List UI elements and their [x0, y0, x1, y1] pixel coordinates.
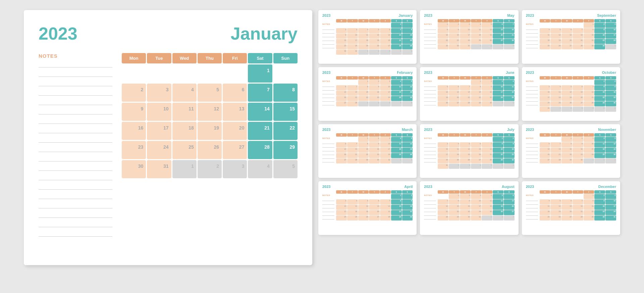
mini-cell: 12	[369, 34, 380, 39]
mini-cal-row: 9 10 11 12 13 14 15	[336, 34, 413, 39]
mini-cal-body: NOTES M T W T F S S	[526, 76, 616, 112]
mini-notes-col: NOTES	[526, 80, 538, 112]
mini-cell: 21	[504, 34, 515, 39]
mini-cell: 8	[402, 28, 413, 33]
mini-month-name: November	[598, 128, 616, 132]
note-line	[39, 146, 112, 152]
mini-cell: 7	[504, 23, 515, 28]
mini-cal-row: 16 17 18 19 20 21 22	[336, 39, 413, 44]
cal-cell: 2	[122, 84, 146, 102]
cal-cell: 29	[273, 141, 298, 159]
cal-cell: 27	[223, 141, 247, 159]
mini-cal-rows: 1 2 3 4 5 6 7 8 9 10	[540, 23, 616, 49]
mini-cell: 4	[504, 44, 515, 49]
mini-cell: 20	[493, 34, 503, 39]
mini-cell: 27	[493, 39, 503, 44]
mini-cal-header-row: M T W T F S S	[540, 190, 616, 194]
mini-cell: 24	[460, 39, 471, 44]
mini-day-hdr: W	[358, 19, 369, 22]
cal-cell	[198, 64, 222, 83]
note-line	[39, 137, 112, 143]
cal-cell: 28	[248, 141, 272, 159]
mini-notes-label: NOTES	[424, 80, 436, 82]
mini-month-name: February	[397, 70, 413, 75]
mini-cell	[402, 23, 413, 28]
cal-cell: 14	[248, 103, 272, 121]
mini-cal-rows: 1 2 3 4 5 6 7 8 9 10 11	[438, 80, 514, 106]
calendar-header-row: Mon Tue Wed Thu Fri Sat Sun	[122, 53, 298, 63]
day-header-fri: Fri	[223, 53, 247, 63]
cal-cell: 31	[147, 160, 171, 178]
calendar-grid: Mon Tue Wed Thu Fri Sat Sun	[122, 53, 298, 237]
mini-year: 2023	[526, 13, 534, 17]
mini-note-line	[322, 38, 334, 41]
note-line	[39, 99, 112, 105]
cal-cell	[172, 64, 197, 83]
mini-note-line	[424, 35, 436, 37]
mini-cal-header-row: M T W T F S S	[540, 133, 616, 137]
mini-cal-september: 2023 September NOTES M T W	[522, 10, 620, 64]
mini-cell: 19	[369, 39, 380, 44]
cal-cell: 3	[223, 160, 247, 178]
mini-cell: 18	[471, 34, 482, 39]
note-line	[39, 71, 112, 77]
note-line	[39, 184, 112, 190]
note-line	[39, 165, 112, 171]
mini-cell: 31	[347, 50, 358, 55]
mini-cal-header-row: M T W T F S S	[336, 190, 413, 194]
mini-month-name: September	[597, 13, 616, 17]
mini-cell: 3	[460, 23, 471, 28]
mini-cell: 28	[504, 39, 515, 44]
mini-cell: 17	[347, 39, 358, 44]
mini-cal-body: NOTES M T W T F S S	[424, 190, 514, 221]
notes-lines	[39, 61, 112, 237]
mini-cell: 1	[471, 44, 482, 49]
mini-cal-area: M T W T F S S	[336, 19, 413, 55]
cal-cell: 9	[122, 103, 146, 121]
mini-cell: 29	[438, 44, 448, 49]
cal-row: 16 17 18 19 20 21 22	[122, 122, 298, 140]
cal-row: 9 10 11 12 13 14 15	[122, 103, 298, 121]
note-line	[39, 155, 112, 161]
mini-cal-header: 2023 July	[424, 128, 514, 132]
large-calendar-body: NOTES	[39, 53, 298, 237]
cal-cell: 16	[122, 122, 146, 140]
mini-note-line	[424, 27, 436, 30]
mini-cell: 16	[336, 39, 347, 44]
mini-cell: 5	[369, 28, 380, 33]
mini-cell: 8	[438, 28, 448, 33]
cal-row: 23 24 25 26 27 28 29	[122, 141, 298, 159]
mini-cal-header-row: M T W T F S S	[438, 190, 514, 194]
mini-cell: 28	[391, 44, 402, 49]
mini-cal-rows: 1 2 3 4 5 6 7 8 9 10	[540, 80, 616, 112]
mini-cal-area: M T W T F S S	[540, 76, 616, 112]
mini-day-hdr: F	[482, 19, 492, 22]
mini-cell: 1	[358, 50, 369, 55]
cal-cell: 5	[198, 84, 222, 102]
mini-year: 2023	[526, 70, 534, 75]
mini-note-line	[424, 38, 436, 41]
mini-cell: 31	[460, 44, 471, 49]
mini-cal-area: M T W T F S S 1 2 3 4 5	[438, 19, 514, 49]
mini-cal-header: 2023 June	[424, 70, 514, 75]
mini-cal-may: 2023 May NOTES M T W	[420, 10, 518, 64]
mini-cell: 6	[493, 23, 503, 28]
cal-cell: 5	[273, 160, 298, 178]
mini-cal-october: 2023 October NOTES M T W	[522, 67, 620, 121]
cal-cell: 15	[273, 103, 298, 121]
mini-cal-body: NOTES M T W T F S S	[424, 19, 514, 49]
notes-section: NOTES	[39, 53, 112, 237]
mini-year: 2023	[322, 13, 330, 17]
mini-cell: 7	[391, 28, 402, 33]
mini-notes-col: NOTES	[322, 23, 334, 55]
mini-cal-body: NOTES M T W T F S S	[322, 76, 413, 106]
mini-cal-february: 2023 February NOTES M T W	[318, 67, 417, 121]
mini-cal-header: 2023 October	[526, 70, 616, 75]
cal-cell: 1	[248, 64, 272, 83]
mini-day-hdr: S	[391, 19, 402, 22]
mini-cal-june: 2023 June NOTES M T W	[420, 67, 518, 121]
mini-notes-label: NOTES	[424, 137, 436, 139]
cal-cell: 26	[198, 141, 222, 159]
mini-cal-rows: 1 2 3 4 5 6 7 8 9	[336, 23, 413, 55]
mini-day-hdr: S	[504, 19, 515, 22]
